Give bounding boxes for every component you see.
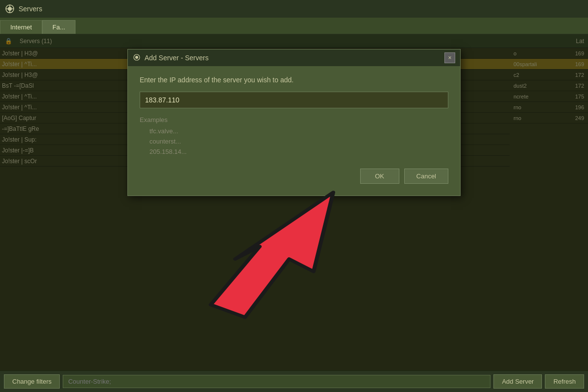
tab-internet[interactable]: Internet [0, 20, 42, 34]
steam-logo-icon [5, 4, 15, 14]
server-list-area: 🔒 Servers (11) Jo!ster | H3@ Jo!ster | ^… [0, 34, 588, 370]
cancel-button[interactable]: Cancel [404, 169, 448, 184]
modal-overlay: Add Server - Servers × Enter the IP addr… [0, 34, 588, 370]
examples-section: Examples tfc.valve... counterst... 205.1… [140, 116, 448, 157]
dialog-buttons: OK Cancel [140, 169, 448, 184]
ok-button[interactable]: OK [360, 169, 399, 184]
dialog-title-left: Add Server - Servers [133, 53, 209, 63]
main-window: Servers Internet Fa... 🔒 Servers (11) Jo… [0, 0, 588, 392]
change-filters-button[interactable]: Change filters [4, 374, 60, 389]
tab-favorites[interactable]: Fa... [42, 20, 75, 34]
dialog-title-bar: Add Server - Servers × [128, 49, 460, 66]
dialog-instruction: Enter the IP address of the server you w… [140, 76, 448, 84]
dialog-body: Enter the IP address of the server you w… [128, 66, 460, 196]
window-title: Servers [19, 5, 42, 13]
ip-address-input[interactable] [140, 92, 448, 108]
example-item-1: tfc.valve... [140, 126, 448, 137]
dialog-steam-icon [133, 53, 141, 63]
add-server-dialog: Add Server - Servers × Enter the IP addr… [127, 49, 461, 196]
example-item-3: 205.158.14... [140, 147, 448, 157]
svg-point-3 [135, 56, 138, 59]
filter-input[interactable] [63, 375, 490, 388]
title-bar: Servers [0, 0, 588, 18]
refresh-button[interactable]: Refresh [545, 374, 584, 389]
add-server-button[interactable]: Add Server [493, 374, 542, 389]
dialog-title-text: Add Server - Servers [145, 54, 209, 62]
svg-point-1 [8, 7, 12, 11]
bottom-bar: Change filters Add Server Refresh [0, 370, 588, 392]
dialog-close-button[interactable]: × [444, 52, 455, 63]
examples-label: Examples [140, 116, 448, 123]
example-item-2: counterst... [140, 137, 448, 147]
tab-bar: Internet Fa... [0, 18, 588, 34]
